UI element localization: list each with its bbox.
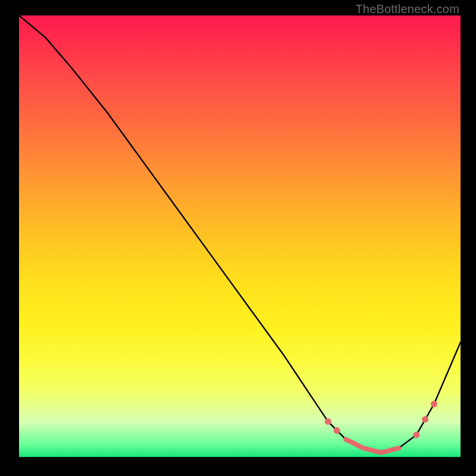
- highlight-dot: [422, 416, 428, 422]
- attribution-text: TheBottleneck.com: [355, 2, 459, 16]
- highlight-dot: [325, 418, 331, 425]
- highlight-segment: [346, 439, 399, 452]
- highlight-dot: [431, 401, 437, 408]
- highlight-dots: [325, 401, 437, 439]
- highlight-dot: [413, 431, 419, 438]
- chart-svg: [19, 15, 461, 457]
- bottleneck-curve: [19, 15, 461, 453]
- chart-plot-area: [19, 15, 461, 457]
- highlight-dot: [334, 427, 340, 434]
